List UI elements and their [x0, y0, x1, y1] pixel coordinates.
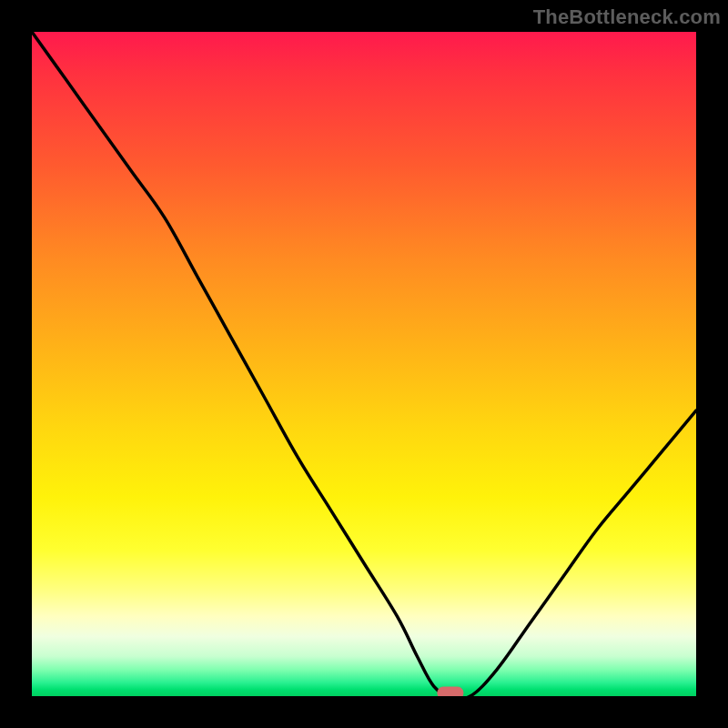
watermark-text: TheBottleneck.com — [533, 5, 721, 29]
chart-frame: TheBottleneck.com — [0, 0, 728, 728]
minimum-marker — [438, 687, 463, 696]
plot-area — [32, 32, 696, 696]
curve-svg — [32, 32, 696, 696]
bottleneck-curve — [32, 32, 696, 696]
